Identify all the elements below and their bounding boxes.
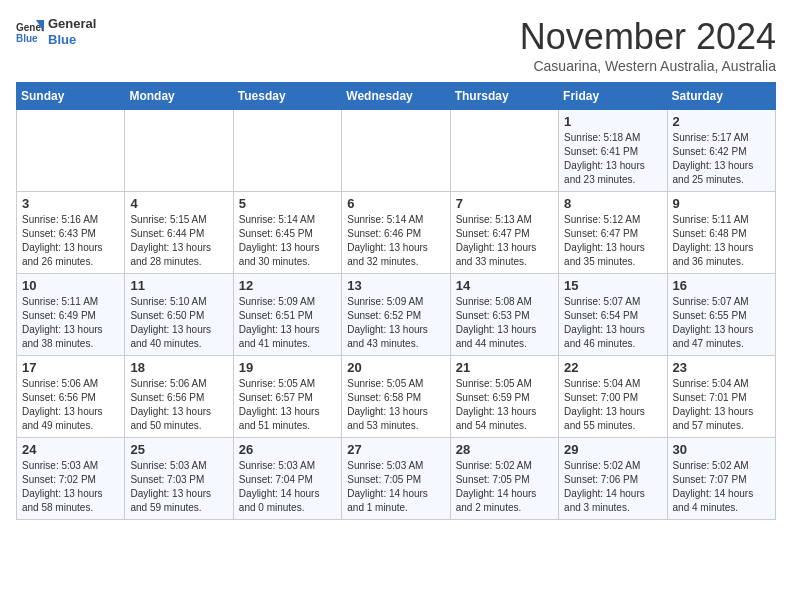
title-area: November 2024 Casuarina, Western Austral… [520, 16, 776, 74]
week-row-4: 24Sunrise: 5:03 AMSunset: 7:02 PMDayligh… [17, 438, 776, 520]
calendar-cell: 24Sunrise: 5:03 AMSunset: 7:02 PMDayligh… [17, 438, 125, 520]
day-info: Sunrise: 5:06 AM [130, 377, 227, 391]
day-info: Daylight: 14 hours [564, 487, 661, 501]
day-info: Sunset: 6:47 PM [564, 227, 661, 241]
calendar-cell [450, 110, 558, 192]
day-number: 21 [456, 360, 553, 375]
day-info: Sunrise: 5:12 AM [564, 213, 661, 227]
calendar-cell [17, 110, 125, 192]
day-info: Sunset: 6:56 PM [130, 391, 227, 405]
day-number: 24 [22, 442, 119, 457]
day-info: and 38 minutes. [22, 337, 119, 351]
calendar-cell: 26Sunrise: 5:03 AMSunset: 7:04 PMDayligh… [233, 438, 341, 520]
day-info: Sunset: 6:58 PM [347, 391, 444, 405]
day-info: Sunrise: 5:03 AM [22, 459, 119, 473]
week-row-3: 17Sunrise: 5:06 AMSunset: 6:56 PMDayligh… [17, 356, 776, 438]
day-info: Sunrise: 5:14 AM [239, 213, 336, 227]
day-info: Sunrise: 5:02 AM [456, 459, 553, 473]
day-info: Sunrise: 5:13 AM [456, 213, 553, 227]
calendar-cell: 23Sunrise: 5:04 AMSunset: 7:01 PMDayligh… [667, 356, 775, 438]
day-info: Daylight: 13 hours [564, 241, 661, 255]
day-info: Daylight: 13 hours [456, 405, 553, 419]
day-info: Sunset: 6:54 PM [564, 309, 661, 323]
day-info: Daylight: 13 hours [347, 323, 444, 337]
day-info: Sunset: 6:56 PM [22, 391, 119, 405]
day-info: and 36 minutes. [673, 255, 770, 269]
logo-line2: Blue [48, 32, 96, 48]
day-info: Daylight: 14 hours [239, 487, 336, 501]
day-number: 27 [347, 442, 444, 457]
day-info: Sunrise: 5:16 AM [22, 213, 119, 227]
day-info: Sunrise: 5:05 AM [456, 377, 553, 391]
calendar-header-row: SundayMondayTuesdayWednesdayThursdayFrid… [17, 83, 776, 110]
day-info: and 3 minutes. [564, 501, 661, 515]
day-info: Sunrise: 5:05 AM [347, 377, 444, 391]
day-info: and 43 minutes. [347, 337, 444, 351]
day-info: and 2 minutes. [456, 501, 553, 515]
day-info: Daylight: 13 hours [347, 405, 444, 419]
day-info: Sunset: 7:05 PM [456, 473, 553, 487]
header-friday: Friday [559, 83, 667, 110]
day-info: Daylight: 13 hours [673, 159, 770, 173]
day-number: 29 [564, 442, 661, 457]
day-info: Daylight: 13 hours [22, 487, 119, 501]
header-sunday: Sunday [17, 83, 125, 110]
day-info: Sunrise: 5:06 AM [22, 377, 119, 391]
week-row-1: 3Sunrise: 5:16 AMSunset: 6:43 PMDaylight… [17, 192, 776, 274]
day-info: Sunrise: 5:02 AM [673, 459, 770, 473]
day-info: Daylight: 13 hours [239, 241, 336, 255]
day-number: 5 [239, 196, 336, 211]
day-info: and 23 minutes. [564, 173, 661, 187]
day-info: Sunset: 6:53 PM [456, 309, 553, 323]
calendar-cell: 8Sunrise: 5:12 AMSunset: 6:47 PMDaylight… [559, 192, 667, 274]
day-info: and 0 minutes. [239, 501, 336, 515]
header-thursday: Thursday [450, 83, 558, 110]
day-info: Sunrise: 5:08 AM [456, 295, 553, 309]
day-info: Daylight: 13 hours [130, 487, 227, 501]
day-info: Sunset: 6:57 PM [239, 391, 336, 405]
day-info: Sunset: 7:02 PM [22, 473, 119, 487]
calendar-cell: 14Sunrise: 5:08 AMSunset: 6:53 PMDayligh… [450, 274, 558, 356]
day-info: and 54 minutes. [456, 419, 553, 433]
day-info: Sunrise: 5:04 AM [673, 377, 770, 391]
calendar-cell: 11Sunrise: 5:10 AMSunset: 6:50 PMDayligh… [125, 274, 233, 356]
day-number: 18 [130, 360, 227, 375]
day-info: Sunset: 6:52 PM [347, 309, 444, 323]
calendar-cell: 18Sunrise: 5:06 AMSunset: 6:56 PMDayligh… [125, 356, 233, 438]
day-number: 16 [673, 278, 770, 293]
calendar-cell: 27Sunrise: 5:03 AMSunset: 7:05 PMDayligh… [342, 438, 450, 520]
day-info: Sunrise: 5:17 AM [673, 131, 770, 145]
day-info: and 33 minutes. [456, 255, 553, 269]
day-info: and 41 minutes. [239, 337, 336, 351]
day-info: and 44 minutes. [456, 337, 553, 351]
day-info: Sunrise: 5:11 AM [673, 213, 770, 227]
location-title: Casuarina, Western Australia, Australia [520, 58, 776, 74]
day-info: Sunset: 6:55 PM [673, 309, 770, 323]
day-info: Daylight: 13 hours [130, 241, 227, 255]
calendar-cell: 30Sunrise: 5:02 AMSunset: 7:07 PMDayligh… [667, 438, 775, 520]
day-info: Sunrise: 5:18 AM [564, 131, 661, 145]
day-number: 9 [673, 196, 770, 211]
day-info: Sunset: 6:44 PM [130, 227, 227, 241]
calendar-cell: 25Sunrise: 5:03 AMSunset: 7:03 PMDayligh… [125, 438, 233, 520]
calendar-cell: 1Sunrise: 5:18 AMSunset: 6:41 PMDaylight… [559, 110, 667, 192]
day-info: Sunset: 6:49 PM [22, 309, 119, 323]
day-number: 25 [130, 442, 227, 457]
day-info: Sunrise: 5:05 AM [239, 377, 336, 391]
day-info: Sunset: 6:46 PM [347, 227, 444, 241]
calendar-cell: 2Sunrise: 5:17 AMSunset: 6:42 PMDaylight… [667, 110, 775, 192]
week-row-2: 10Sunrise: 5:11 AMSunset: 6:49 PMDayligh… [17, 274, 776, 356]
day-info: Daylight: 14 hours [673, 487, 770, 501]
day-number: 12 [239, 278, 336, 293]
header-wednesday: Wednesday [342, 83, 450, 110]
day-number: 7 [456, 196, 553, 211]
day-number: 23 [673, 360, 770, 375]
calendar-cell: 13Sunrise: 5:09 AMSunset: 6:52 PMDayligh… [342, 274, 450, 356]
day-number: 17 [22, 360, 119, 375]
day-info: Sunrise: 5:09 AM [347, 295, 444, 309]
calendar-cell: 12Sunrise: 5:09 AMSunset: 6:51 PMDayligh… [233, 274, 341, 356]
calendar-cell: 7Sunrise: 5:13 AMSunset: 6:47 PMDaylight… [450, 192, 558, 274]
day-number: 6 [347, 196, 444, 211]
day-info: Sunset: 7:06 PM [564, 473, 661, 487]
day-info: Daylight: 13 hours [239, 323, 336, 337]
